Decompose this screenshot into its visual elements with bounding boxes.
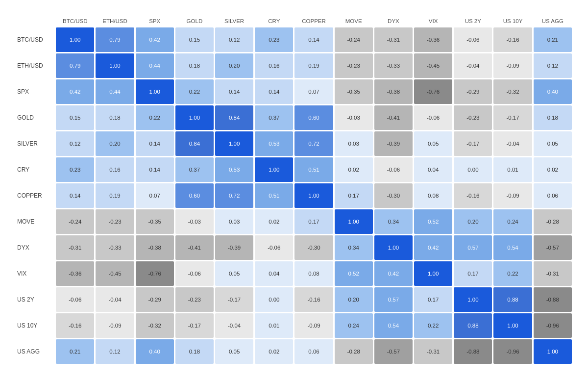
cell-3-1: 0.18: [96, 105, 134, 130]
table-row: SPX0.420.441.000.220.140.140.07-0.35-0.3…: [16, 79, 572, 104]
corner-header: [16, 16, 54, 26]
cell-2-6: 0.07: [294, 79, 333, 104]
cell-11-0: -0.16: [56, 313, 94, 338]
column-header-btcusd: BTC/USD: [56, 16, 94, 26]
cell-11-7: 0.24: [335, 313, 373, 338]
cell-6-11: -0.09: [493, 183, 532, 208]
cell-10-2: -0.29: [136, 287, 174, 312]
cell-12-4: 0.05: [215, 339, 253, 364]
cell-2-10: -0.29: [454, 79, 492, 104]
cell-4-4: 1.00: [215, 131, 253, 156]
cell-1-9: -0.45: [414, 53, 452, 78]
cell-9-1: -0.45: [96, 261, 134, 286]
cell-9-7: 0.52: [335, 261, 373, 286]
cell-11-11: 1.00: [493, 313, 532, 338]
cell-7-4: 0.03: [215, 209, 253, 234]
cell-10-0: -0.06: [56, 287, 94, 312]
cell-5-11: 0.01: [493, 157, 532, 182]
cell-7-3: -0.03: [175, 209, 214, 234]
cell-12-5: 0.02: [255, 339, 293, 364]
cell-1-2: 0.44: [136, 53, 174, 78]
cell-12-0: 0.21: [56, 339, 94, 364]
cell-0-4: 0.12: [215, 27, 253, 52]
cell-4-12: 0.05: [534, 131, 572, 156]
cell-2-5: 0.14: [255, 79, 293, 104]
column-header-ethusd: ETH/USD: [96, 16, 134, 26]
cell-10-9: 0.17: [414, 287, 452, 312]
cell-8-10: 0.57: [454, 235, 492, 260]
cell-4-10: -0.17: [454, 131, 492, 156]
cell-6-12: 0.06: [534, 183, 572, 208]
table-body: BTC/USD1.000.790.420.150.120.230.14-0.24…: [16, 27, 572, 364]
cell-11-9: 0.22: [414, 313, 452, 338]
cell-1-11: -0.09: [493, 53, 532, 78]
cell-1-0: 0.79: [56, 53, 94, 78]
cell-8-3: -0.41: [175, 235, 214, 260]
column-header-us-10y: US 10Y: [493, 16, 532, 26]
cell-4-8: -0.39: [374, 131, 413, 156]
cell-1-6: 0.19: [294, 53, 333, 78]
cell-11-8: 0.54: [374, 313, 413, 338]
cell-3-9: -0.06: [414, 105, 452, 130]
row-label-silver: SILVER: [16, 131, 54, 156]
column-header-copper: COPPER: [294, 16, 333, 26]
cell-10-5: 0.00: [255, 287, 293, 312]
table-row: CRY0.230.160.140.370.531.000.510.02-0.06…: [16, 157, 572, 182]
column-header-move: MOVE: [335, 16, 373, 26]
row-label-copper: COPPER: [16, 183, 54, 208]
row-label-us-2y: US 2Y: [16, 287, 54, 312]
cell-0-3: 0.15: [175, 27, 214, 52]
cell-5-12: 0.02: [534, 157, 572, 182]
cell-9-10: 0.17: [454, 261, 492, 286]
cell-2-3: 0.22: [175, 79, 214, 104]
cell-1-4: 0.20: [215, 53, 253, 78]
cell-7-1: -0.23: [96, 209, 134, 234]
cell-0-12: 0.21: [534, 27, 572, 52]
cell-6-0: 0.14: [56, 183, 94, 208]
column-header-us-2y: US 2Y: [454, 16, 492, 26]
cell-12-1: 0.12: [96, 339, 134, 364]
cell-5-0: 0.23: [56, 157, 94, 182]
cell-8-1: -0.33: [96, 235, 134, 260]
cell-11-6: -0.09: [294, 313, 333, 338]
cell-12-11: -0.96: [493, 339, 532, 364]
cell-10-12: -0.88: [534, 287, 572, 312]
column-header-silver: SILVER: [215, 16, 253, 26]
table-header-row: BTC/USDETH/USDSPXGOLDSILVERCRYCOPPERMOVE…: [16, 16, 572, 26]
row-label-ethusd: ETH/USD: [16, 53, 54, 78]
cell-2-4: 0.14: [215, 79, 253, 104]
cell-9-8: 0.42: [374, 261, 413, 286]
cell-5-8: -0.06: [374, 157, 413, 182]
cell-3-4: 0.84: [215, 105, 253, 130]
cell-12-12: 1.00: [534, 339, 572, 364]
cell-2-12: 0.40: [534, 79, 572, 104]
table-row: ETH/USD0.791.000.440.180.200.160.19-0.23…: [16, 53, 572, 78]
cell-7-11: 0.24: [493, 209, 532, 234]
cell-10-7: 0.20: [335, 287, 373, 312]
table-row: VIX-0.36-0.45-0.76-0.060.050.040.080.520…: [16, 261, 572, 286]
cell-11-5: 0.01: [255, 313, 293, 338]
cell-4-2: 0.14: [136, 131, 174, 156]
cell-7-0: -0.24: [56, 209, 94, 234]
cell-4-6: 0.72: [294, 131, 333, 156]
table-row: US AGG0.210.120.400.180.050.020.06-0.28-…: [16, 339, 572, 364]
cell-6-1: 0.19: [96, 183, 134, 208]
cell-5-9: 0.04: [414, 157, 452, 182]
cell-0-6: 0.14: [294, 27, 333, 52]
cell-6-10: -0.16: [454, 183, 492, 208]
cell-3-10: -0.23: [454, 105, 492, 130]
cell-7-2: -0.35: [136, 209, 174, 234]
cell-10-8: 0.57: [374, 287, 413, 312]
column-header-us-agg: US AGG: [534, 16, 572, 26]
cell-5-6: 0.51: [294, 157, 333, 182]
cell-10-4: -0.17: [215, 287, 253, 312]
cell-0-10: -0.06: [454, 27, 492, 52]
cell-6-7: 0.17: [335, 183, 373, 208]
cell-4-9: 0.05: [414, 131, 452, 156]
cell-2-1: 0.44: [96, 79, 134, 104]
cell-6-4: 0.72: [215, 183, 253, 208]
cell-11-10: 0.88: [454, 313, 492, 338]
cell-4-11: -0.04: [493, 131, 532, 156]
cell-2-7: -0.35: [335, 79, 373, 104]
cell-7-12: -0.28: [534, 209, 572, 234]
